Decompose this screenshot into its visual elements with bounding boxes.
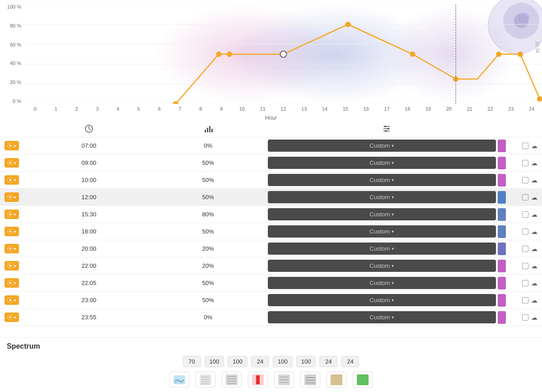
color-swatch-4[interactable] <box>498 208 506 221</box>
cloud-icon-0[interactable]: ☁ <box>531 142 537 149</box>
spectrum-icon-6[interactable] <box>325 372 348 387</box>
gear-button-4[interactable]: ▾ <box>5 210 19 219</box>
table-row: ▾ 23:55 0% Custom ▾ ☁ <box>0 309 542 326</box>
spectrum-icon-box-2[interactable] <box>222 372 242 387</box>
spectrum-icon-5[interactable] <box>299 372 322 387</box>
cloud-icon-2[interactable]: ☁ <box>531 177 537 184</box>
x-label-21: 21 <box>459 106 480 112</box>
color-swatch-8[interactable] <box>498 277 506 289</box>
color-swatch-3[interactable] <box>498 191 506 204</box>
cloud-icon-10[interactable]: ☁ <box>531 314 537 321</box>
spectrum-icon-7[interactable] <box>351 372 374 387</box>
row-checkbox-7[interactable] <box>522 263 528 269</box>
custom-button-5[interactable]: Custom ▾ <box>268 225 496 238</box>
row-checkbox-5[interactable] <box>522 229 528 235</box>
time-cell-10: 23:55 <box>29 314 149 321</box>
gear-chevron: ▾ <box>14 161 16 165</box>
row-checkbox-1[interactable] <box>522 160 528 166</box>
gear-button-6[interactable]: ▾ <box>5 244 19 253</box>
spectrum-val-3[interactable]: 24 <box>251 356 269 367</box>
gear-button-7[interactable]: ▾ <box>5 261 19 271</box>
cloud-icon-1[interactable]: ☁ <box>531 159 537 167</box>
spectrum-icon-box-3[interactable] <box>248 372 268 387</box>
cloud-icon-7[interactable]: ☁ <box>531 262 537 270</box>
time-cell-7: 22:00 <box>29 262 149 269</box>
cloud-icon-9[interactable]: ☁ <box>531 297 537 304</box>
color-swatch-6[interactable] <box>498 243 506 255</box>
gear-button-10[interactable]: ▾ <box>5 313 19 322</box>
spectrum-icon-3[interactable] <box>247 372 269 387</box>
color-swatch-7[interactable] <box>498 260 506 272</box>
color-swatch-9[interactable] <box>498 294 506 307</box>
pct-cell-4: 80% <box>149 211 268 218</box>
custom-button-1[interactable]: Custom ▾ <box>268 157 496 169</box>
custom-button-6[interactable]: Custom ▾ <box>268 243 496 255</box>
spectrum-val-4[interactable]: 100 <box>273 356 293 367</box>
spectrum-icon-box-6[interactable] <box>327 372 346 387</box>
row-checkbox-0[interactable] <box>522 143 528 149</box>
gear-col-10: ▾ <box>5 313 29 322</box>
cloud-icon-6[interactable]: ☁ <box>531 245 537 252</box>
custom-label-7: Custom <box>369 262 390 269</box>
gear-button-0[interactable]: ▾ <box>5 141 19 150</box>
svg-point-40 <box>9 282 11 284</box>
row-checkbox-2[interactable] <box>522 177 528 183</box>
table-header-row <box>0 122 542 137</box>
gear-button-3[interactable]: ▾ <box>5 192 19 202</box>
color-swatch-5[interactable] <box>498 225 506 238</box>
spectrum-val-2[interactable]: 100 <box>228 356 248 367</box>
spectrum-icon-0[interactable] <box>168 372 191 387</box>
gear-button-2[interactable]: ▾ <box>5 175 19 185</box>
custom-button-4[interactable]: Custom ▾ <box>268 208 496 220</box>
gear-button-8[interactable]: ▾ <box>5 278 19 288</box>
custom-label-10: Custom <box>369 314 390 321</box>
spectrum-val-7[interactable]: 24 <box>341 356 359 367</box>
cloud-icon-4[interactable]: ☁ <box>531 211 537 218</box>
gear-chevron: ▾ <box>14 315 16 320</box>
x-label-3: 3 <box>87 106 107 112</box>
spectrum-val-5[interactable]: 100 <box>296 356 316 367</box>
spectrum-icon-box-7[interactable] <box>353 372 373 387</box>
row-checkbox-9[interactable] <box>522 297 528 303</box>
custom-button-7[interactable]: Custom ▾ <box>268 260 496 272</box>
spectrum-icon-1[interactable] <box>194 372 217 387</box>
spectrum-icon-box-0[interactable] <box>169 372 189 387</box>
color-swatch-1[interactable] <box>498 157 506 169</box>
gear-button-1[interactable]: ▾ <box>5 158 19 168</box>
gear-chevron: ▾ <box>14 298 16 303</box>
x-label-13: 13 <box>294 106 314 112</box>
row-checkbox-3[interactable] <box>522 194 528 201</box>
cloud-icon-5[interactable]: ☁ <box>531 228 537 235</box>
custom-button-10[interactable]: Custom ▾ <box>268 311 496 323</box>
y-label-40: 40 % <box>10 61 21 66</box>
pct-cell-1: 50% <box>149 159 268 166</box>
row-checkbox-8[interactable] <box>522 280 528 286</box>
custom-button-3[interactable]: Custom ▾ <box>268 191 496 203</box>
spectrum-val-0[interactable]: 70 <box>183 356 201 367</box>
gear-icon <box>7 177 13 183</box>
custom-button-8[interactable]: Custom ▾ <box>268 277 496 289</box>
spectrum-val-1[interactable]: 100 <box>205 356 224 367</box>
row-checkbox-4[interactable] <box>522 211 528 218</box>
color-swatch-0[interactable] <box>498 140 506 152</box>
x-label-4: 4 <box>107 106 128 112</box>
spectrum-icon-2[interactable] <box>220 372 243 387</box>
color-swatch-2[interactable] <box>498 174 506 187</box>
custom-button-2[interactable]: Custom ▾ <box>268 174 496 186</box>
custom-button-0[interactable]: Custom ▾ <box>268 140 496 152</box>
row-checkbox-10[interactable] <box>522 314 528 321</box>
cloud-icon-8[interactable]: ☁ <box>531 280 537 287</box>
header-custom-col <box>268 124 506 135</box>
custom-button-9[interactable]: Custom ▾ <box>268 294 496 306</box>
gear-button-5[interactable]: ▾ <box>5 227 19 236</box>
custom-caret-5: ▾ <box>392 229 394 234</box>
gear-button-9[interactable]: ▾ <box>5 295 19 305</box>
spectrum-icon-box-1[interactable] <box>196 372 215 387</box>
spectrum-val-6[interactable]: 24 <box>319 356 337 367</box>
spectrum-icon-box-4[interactable] <box>274 372 294 387</box>
spectrum-icon-box-5[interactable] <box>300 372 320 387</box>
cloud-icon-3[interactable]: ☁ <box>531 194 537 201</box>
color-swatch-10[interactable] <box>498 311 506 324</box>
spectrum-icon-4[interactable] <box>273 372 295 387</box>
row-checkbox-6[interactable] <box>522 246 528 252</box>
